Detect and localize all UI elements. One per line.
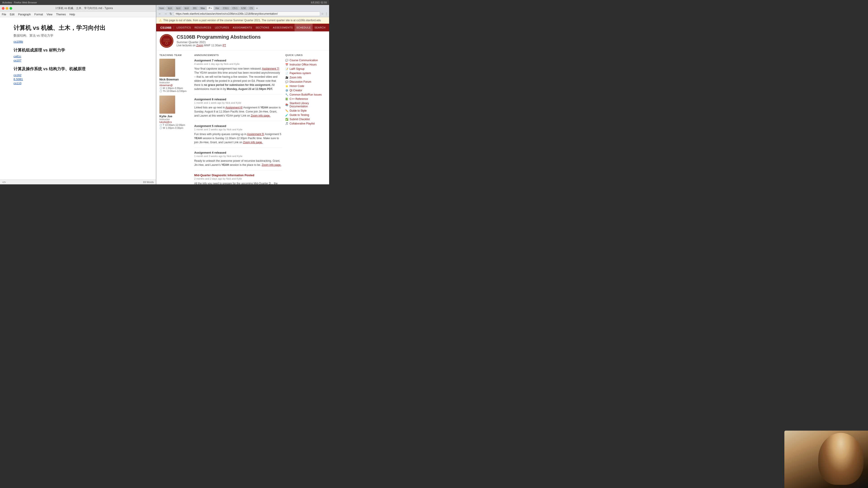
site-body: TEACHING TEAM Nick Bowman Instructor nbo… xyxy=(156,51,329,184)
ann4-title: Assignment 4 released xyxy=(194,151,282,154)
ql-guide-style[interactable]: ✏️ Guide to Style xyxy=(285,109,326,112)
menu-icon[interactable]: ⋮ xyxy=(325,12,328,15)
browser-tab-1[interactable]: 知识 xyxy=(166,6,174,11)
nick-role: Instructor xyxy=(159,81,191,84)
nav-brand[interactable]: CS106B xyxy=(158,26,174,29)
ql-icon-0: 💬 xyxy=(285,59,288,62)
ql-lair-signup[interactable]: 📝 LaIR Signup xyxy=(285,67,326,70)
ql-stanford-library[interactable]: 📚 Stanford Library Documentation xyxy=(285,102,326,108)
nick-photo-inner xyxy=(159,59,175,77)
kylie-email[interactable]: lukyliej@cs xyxy=(159,121,191,123)
nav-sections[interactable]: SECTIONS xyxy=(254,24,271,31)
typora-link-cs106b[interactable]: cs106b xyxy=(13,40,143,43)
window-controls xyxy=(2,7,12,10)
back-button[interactable]: ← xyxy=(158,12,162,15)
menu-paragraph[interactable]: Paragraph xyxy=(18,13,31,16)
typora-link-cs110[interactable]: cs110 xyxy=(13,82,143,85)
browser-tab-4[interactable]: 201 xyxy=(191,6,198,10)
minimize-button[interactable] xyxy=(6,7,8,10)
nick-hours-1: 🕐 M 1:30pm-3:30pm xyxy=(159,87,191,90)
ann6-zoom-link[interactable]: Zoom info page. xyxy=(251,114,270,117)
ql-icon-6: ⭐ xyxy=(285,85,288,88)
menu-help[interactable]: Help xyxy=(69,13,75,16)
typora-heading1: 计算机 vs 机械、土木，学习向付出 xyxy=(13,24,143,32)
typora-link-cs162[interactable]: cs162 xyxy=(13,73,143,77)
nav-assignments[interactable]: ASSIGNMENTS xyxy=(231,24,254,31)
browser-panel: from 知识 知识 知识 201 Wav P • Hor CS11 CS 1 … xyxy=(156,5,329,184)
url-bar[interactable] xyxy=(174,11,320,16)
ql-honor-code[interactable]: ⭐ Honor Code xyxy=(285,85,326,88)
browser-tab-3[interactable]: 知识 xyxy=(183,6,191,11)
menu-file[interactable]: File xyxy=(2,13,6,16)
refresh-button[interactable]: ↻ xyxy=(169,12,173,15)
nav-resources[interactable]: RESOURCES xyxy=(193,24,213,31)
maximize-button[interactable] xyxy=(9,7,12,10)
browser-tab-8[interactable]: CS11 xyxy=(221,6,230,10)
ann6-link[interactable]: Assignment 6! xyxy=(225,106,243,109)
ql-icon-13: ✅ xyxy=(285,118,288,121)
ql-guide-testing[interactable]: 🧪 Guide to Testing xyxy=(285,113,326,117)
announcements-label: ANNOUNCEMENTS xyxy=(194,54,282,57)
bookmark-icon[interactable]: ☆ xyxy=(321,12,324,15)
ann7-title: Assignment 7 released xyxy=(194,59,282,62)
ql-course-communication[interactable]: 💬 Course Communication xyxy=(285,59,326,62)
forward-button[interactable]: → xyxy=(163,12,168,15)
menu-format[interactable]: Format xyxy=(34,13,43,16)
browser-tab-5[interactable]: Wav xyxy=(199,6,207,10)
ann6-meta: 1 month and 1 week ago by Nick and Kylie xyxy=(194,101,282,104)
activities-label[interactable]: Activities xyxy=(2,1,12,4)
nav-schedule[interactable]: SCHEDULE xyxy=(294,24,313,31)
ql-qt-creator[interactable]: ⚙️ Qt Creator xyxy=(285,89,326,92)
pt-link[interactable]: PT xyxy=(223,44,226,47)
ql-icon-1: 📅 xyxy=(285,63,288,66)
nick-email[interactable]: nbowman@ xyxy=(159,84,191,87)
course-header: STANFORD UNIVERSITY CS106B Programming A… xyxy=(156,31,329,51)
nick-name: Nick Bowman xyxy=(159,78,191,81)
ql-collaborative-playlist[interactable]: 🎵 Collaborative Playlist xyxy=(285,122,326,125)
browser-tab-6[interactable]: P • xyxy=(207,6,214,10)
ql-submit-checklist[interactable]: ✅ Submit Checklist xyxy=(285,118,326,121)
ann5-link[interactable]: Assignment 5! xyxy=(247,133,264,136)
typora-link-6s081[interactable]: 6.S081 xyxy=(13,77,143,81)
ql-discussion-forum[interactable]: 💬 Discussion Forum xyxy=(285,80,326,84)
kylie-name: Kylie Jue xyxy=(159,115,191,118)
browser-tab-7[interactable]: Hor xyxy=(214,6,221,10)
ann7-meta: 4 weeks and 1 day ago by Nick and Kylie xyxy=(194,63,282,65)
ql-label-6: Honor Code xyxy=(289,85,304,88)
ql-paperless[interactable]: 📄 Paperless system xyxy=(285,72,326,75)
ann7-link[interactable]: Assignment 7! xyxy=(262,67,279,70)
new-tab-button[interactable]: + xyxy=(255,6,259,11)
typora-link-cs107[interactable]: cs107 xyxy=(13,59,143,62)
announcement-mq: Mid-Quarter Diagnostic Information Poste… xyxy=(194,173,282,184)
typora-content[interactable]: 计算机 vs 机械、土木，学习向付出 数据结构、算法 vs 理论力学 cs106… xyxy=(0,17,156,180)
browser-tab-from[interactable]: from xyxy=(158,6,166,10)
menu-themes[interactable]: Themes xyxy=(56,13,66,16)
typora-link-cs61c[interactable]: cs61c xyxy=(13,55,143,58)
nav-logistics[interactable]: LOGISTICS xyxy=(175,24,193,31)
browser-tab-2[interactable]: 知识 xyxy=(174,6,182,11)
zoom-link[interactable]: Zoom xyxy=(196,44,204,47)
ql-instructor-office-hours[interactable]: 📅 Instructor Office Hours xyxy=(285,63,326,66)
ann4-zoom-link[interactable]: Zoom info page. xyxy=(262,163,281,166)
ql-label-9: C++ Reference xyxy=(289,97,308,101)
ql-cpp-reference[interactable]: 📗 C++ Reference xyxy=(285,97,326,101)
nav-search[interactable]: SEARCH xyxy=(313,24,327,31)
typora-title: 计算机 vs 机械、土木、学习向付出.md - Typora xyxy=(14,6,154,10)
typora-mode-icon[interactable]: </> xyxy=(2,181,6,184)
browser-tabbar: from 知识 知识 知识 201 Wav P • Hor CS11 CS 1 … xyxy=(156,5,329,11)
ql-build-issues[interactable]: 🔧 Common Build/Run Issues xyxy=(285,93,326,96)
menu-view[interactable]: View xyxy=(46,13,53,16)
typora-heading2: 计算机组成原理 vs 材料力学 xyxy=(13,47,143,53)
browser-tab-11[interactable]: CS xyxy=(248,6,254,10)
quick-links-section: QUICK LINKS 💬 Course Communication 📅 Ins… xyxy=(285,54,326,184)
os-topbar-left: Activities Firefox Web Browser xyxy=(2,1,37,4)
browser-tab-9[interactable]: CS 1 xyxy=(230,6,239,10)
close-button[interactable] xyxy=(2,7,4,10)
ann5-zoom-link[interactable]: Zoom info page. xyxy=(243,141,263,144)
nav-lectures[interactable]: LECTURES xyxy=(213,24,231,31)
menu-edit[interactable]: Edit xyxy=(10,13,14,16)
nav-assessments[interactable]: ASSESSMENTS xyxy=(271,24,294,31)
browser-tab-10[interactable]: 6.50 xyxy=(240,6,248,10)
ql-zoom-info[interactable]: 🎥 Zoom Info xyxy=(285,76,326,79)
ql-label-14: Collaborative Playlist xyxy=(289,122,315,125)
